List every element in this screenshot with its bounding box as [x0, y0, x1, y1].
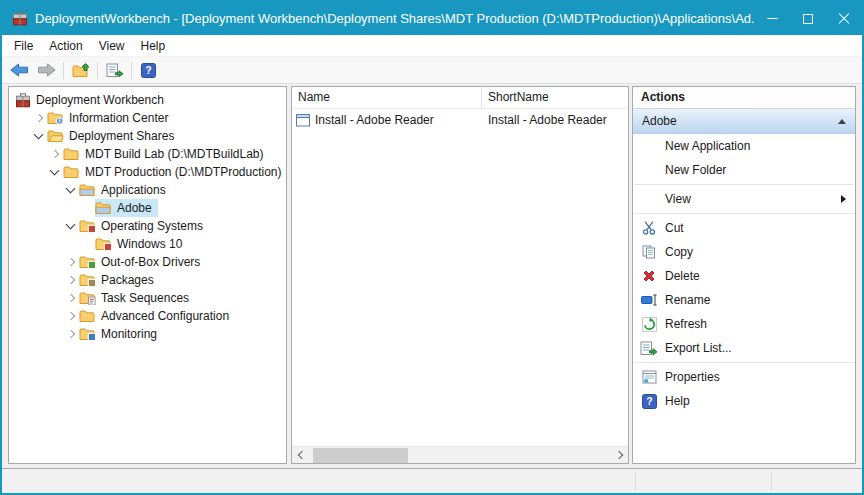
list-column-headers: Name ShortName: [292, 87, 628, 109]
back-button[interactable]: [6, 59, 33, 82]
tree-item-task-sequences[interactable]: Task Sequences: [9, 289, 286, 307]
expander-collapsed-icon[interactable]: [31, 110, 47, 126]
toolbar-separator: [63, 62, 64, 79]
close-button[interactable]: [826, 2, 862, 35]
svg-text:?: ?: [145, 64, 151, 76]
expander-collapsed-icon[interactable]: [63, 308, 79, 324]
actions-group-header-adobe[interactable]: Adobe: [633, 109, 855, 134]
list-row-install-adobe-reader[interactable]: Install - Adobe ReaderInstall - Adobe Re…: [292, 110, 628, 130]
action-rename[interactable]: Rename: [633, 288, 855, 312]
expander-expanded-icon[interactable]: [63, 182, 79, 198]
tree-item-label: Windows 10: [112, 237, 185, 251]
tree-item-advanced-configuration[interactable]: Advanced Configuration: [9, 307, 286, 325]
tree-item-information-center[interactable]: Information Center: [9, 109, 286, 127]
export-list-button[interactable]: [101, 59, 128, 82]
tree-item-label: Adobe: [112, 201, 155, 215]
tree-item-packages[interactable]: Packages: [9, 271, 286, 289]
chevron-up-icon[interactable]: [838, 119, 846, 124]
tree-item-applications[interactable]: Applications: [9, 181, 286, 199]
column-header-name[interactable]: Name: [292, 87, 482, 108]
horizontal-scrollbar[interactable]: [292, 446, 628, 463]
up-one-level-button[interactable]: [67, 59, 94, 82]
folder-driver-icon: [79, 255, 96, 269]
action-label: Export List...: [665, 341, 855, 355]
maximize-button[interactable]: [790, 2, 826, 35]
tree-item-monitoring[interactable]: Monitoring: [9, 325, 286, 343]
expander-expanded-icon[interactable]: [47, 164, 63, 180]
folder-icon: [63, 165, 80, 179]
toolbar-separator: [131, 62, 132, 79]
folder-info-icon: [47, 111, 64, 125]
folder-application-icon: [95, 201, 112, 215]
toolbox-icon: [15, 93, 31, 108]
action-delete[interactable]: Delete: [633, 264, 855, 288]
list-row-name: Install - Adobe Reader: [311, 113, 434, 127]
help-icon: ?: [141, 63, 156, 78]
menu-file[interactable]: File: [6, 35, 41, 57]
action-cut[interactable]: Cut: [633, 216, 855, 240]
copy-icon: [633, 245, 665, 259]
menu-help[interactable]: Help: [133, 35, 174, 57]
expander-collapsed-icon[interactable]: [47, 146, 63, 162]
action-label: Refresh: [665, 317, 855, 331]
tree-item-deployment-workbench[interactable]: Deployment Workbench: [9, 91, 286, 109]
list-row-shortname: Install - Adobe Reader: [482, 113, 628, 127]
scrollbar-thumb[interactable]: [313, 448, 408, 463]
folder-icon: [79, 309, 96, 323]
action-new-application[interactable]: New Application: [633, 134, 855, 158]
rename-icon: [641, 294, 658, 306]
title-bar: DeploymentWorkbench - [Deployment Workbe…: [2, 2, 862, 35]
tree-item-mdt-build-lab-d-mdtbuildlab[interactable]: MDT Build Lab (D:\MDTBuildLab): [9, 145, 286, 163]
tree-item-out-of-box-drivers[interactable]: Out-of-Box Drivers: [9, 253, 286, 271]
list-pane: Name ShortName Install - Adobe ReaderIns…: [291, 86, 629, 464]
action-new-folder[interactable]: New Folder: [633, 158, 855, 182]
tree-item-label: Applications: [96, 183, 169, 197]
rename-icon: [633, 294, 665, 306]
expander-collapsed-icon[interactable]: [63, 272, 79, 288]
forward-button[interactable]: [33, 59, 60, 82]
tree-item-windows-10[interactable]: Windows 10: [9, 235, 286, 253]
expander-collapsed-icon[interactable]: [63, 326, 79, 342]
folder-os-icon: [95, 237, 112, 251]
action-view[interactable]: View: [633, 187, 855, 211]
folder-os-icon: [79, 219, 96, 233]
expander-expanded-icon[interactable]: [63, 218, 79, 234]
expander-expanded-icon[interactable]: [31, 128, 47, 144]
action-label: Rename: [665, 293, 855, 307]
menu-action[interactable]: Action: [41, 35, 90, 57]
folder-up-icon: [72, 63, 90, 78]
action-help[interactable]: ?Help: [633, 389, 855, 413]
scroll-left-button[interactable]: [292, 447, 309, 463]
help-button[interactable]: ?: [135, 59, 162, 82]
action-label: Copy: [665, 245, 855, 259]
tree-item-mdt-production-d-mdtproduction[interactable]: MDT Production (D:\MDTProduction): [9, 163, 286, 181]
content-area: Deployment WorkbenchInformation CenterDe…: [2, 84, 862, 468]
minimize-button[interactable]: [754, 2, 790, 35]
tree-item-deployment-shares[interactable]: Deployment Shares: [9, 127, 286, 145]
tree-item-operating-systems[interactable]: Operating Systems: [9, 217, 286, 235]
folder-application-icon: [79, 183, 96, 197]
menu-view[interactable]: View: [91, 35, 133, 57]
action-label: Help: [665, 394, 855, 408]
action-copy[interactable]: Copy: [633, 240, 855, 264]
action-label: View: [665, 192, 841, 206]
action-export-list[interactable]: Export List...: [633, 336, 855, 360]
actions-pane: Actions Adobe New ApplicationNew FolderV…: [632, 86, 856, 464]
properties-icon: [633, 370, 665, 384]
status-bar-divider: [771, 472, 772, 490]
scroll-right-button[interactable]: [611, 447, 628, 463]
expander-collapsed-icon[interactable]: [63, 290, 79, 306]
column-header-shortname[interactable]: ShortName: [482, 87, 628, 108]
tree-item-adobe[interactable]: Adobe: [9, 199, 286, 217]
minimize-icon: [767, 18, 778, 19]
action-refresh[interactable]: Refresh: [633, 312, 855, 336]
expander-collapsed-icon[interactable]: [63, 254, 79, 270]
help-icon: ?: [633, 394, 665, 409]
tree-item-label: Information Center: [64, 111, 171, 125]
action-properties[interactable]: Properties: [633, 365, 855, 389]
tree-item-label: Out-of-Box Drivers: [96, 255, 203, 269]
tree-item-label: Operating Systems: [96, 219, 206, 233]
application-icon: [296, 114, 311, 127]
toolbox-icon: [12, 11, 28, 26]
tree-item-label: Deployment Workbench: [31, 93, 167, 107]
